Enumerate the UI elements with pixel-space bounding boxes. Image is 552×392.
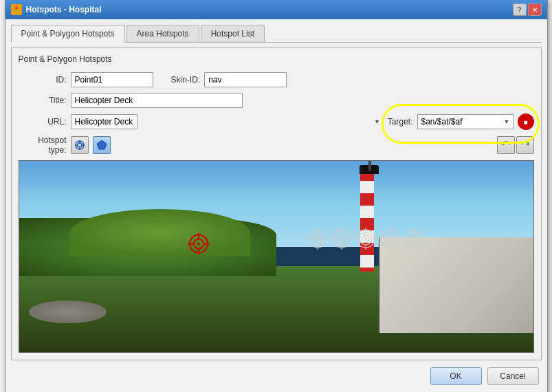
- tab-point-polygon[interactable]: Point & Polygon Hotspots: [11, 25, 125, 43]
- skinid-label: Skin-ID:: [171, 75, 201, 85]
- target-icons-group: [307, 228, 425, 250]
- polygon-icon: [96, 140, 107, 151]
- title-row: Title:: [19, 93, 534, 108]
- close-button[interactable]: ✕: [528, 3, 542, 16]
- panoramic-image[interactable]: [19, 160, 534, 353]
- svg-point-1: [78, 143, 82, 147]
- url-select-wrapper: Helicopter Deck: [71, 114, 384, 129]
- tab-hotspot-list[interactable]: Hotspot List: [201, 25, 265, 42]
- svg-marker-7: [503, 143, 505, 146]
- window-title: Hotspots - Hospital: [26, 5, 102, 14]
- title-bar: 📍 Hotspots - Hospital ? ✕: [5, 0, 547, 19]
- tab-bar: Point & Polygon Hotspots Area Hotspots H…: [11, 25, 542, 43]
- title-input[interactable]: [71, 93, 243, 108]
- target-select[interactable]: $an/$at/$af: [417, 114, 514, 129]
- redo-button[interactable]: [516, 136, 534, 154]
- rocks-foreground: [29, 301, 106, 323]
- svg-point-27: [340, 237, 343, 240]
- title-buttons: ? ✕: [513, 3, 542, 16]
- ok-button[interactable]: OK: [430, 367, 482, 385]
- lighthouse-tower: [360, 168, 374, 272]
- redo-icon: [520, 140, 530, 150]
- target-select-wrapper: $an/$at/$af: [417, 114, 514, 129]
- id-row: ID: Skin-ID:: [19, 72, 534, 87]
- app-icon: 📍: [11, 4, 22, 15]
- url-label: URL:: [19, 117, 67, 127]
- window-body: Point & Polygon Hotspots Area Hotspots H…: [5, 19, 547, 392]
- undo-button[interactable]: [497, 136, 515, 154]
- title-bar-left: 📍 Hotspots - Hospital: [11, 4, 102, 15]
- title-label: Title:: [19, 96, 67, 105]
- svg-marker-6: [97, 140, 107, 149]
- tab-area[interactable]: Area Hotspots: [126, 25, 199, 42]
- svg-point-35: [364, 237, 367, 240]
- panel-title: Point & Polygon Hotspots: [19, 54, 534, 64]
- undo-redo-group: [497, 136, 534, 154]
- building-right: [379, 237, 533, 333]
- cancel-button[interactable]: Cancel: [487, 367, 539, 385]
- id-label: ID:: [19, 75, 67, 85]
- hotspots-dialog: 📍 Hotspots - Hospital ? ✕ Point & Polygo…: [5, 0, 548, 392]
- svg-marker-8: [526, 143, 529, 146]
- main-panel: Point & Polygon Hotspots ID: Skin-ID: Ti…: [11, 47, 542, 360]
- nav-hotspot-button[interactable]: [71, 136, 89, 154]
- id-input[interactable]: [71, 72, 153, 87]
- skinid-input[interactable]: [204, 72, 287, 87]
- url-select[interactable]: Helicopter Deck: [71, 114, 137, 129]
- hotspot-type-row: Hotspot type:: [19, 135, 534, 155]
- skinid-group: Skin-ID:: [171, 72, 287, 87]
- hotspot-crosshair: [188, 233, 210, 257]
- stop-button[interactable]: [518, 113, 534, 130]
- svg-point-43: [388, 237, 391, 240]
- bottom-buttons: OK Cancel: [11, 364, 542, 386]
- crosshair-icon: [74, 140, 85, 151]
- trees2-layer: [70, 209, 250, 257]
- target-label: Target:: [388, 117, 413, 127]
- antenna: [368, 161, 371, 171]
- url-row: URL: Helicopter Deck Target: $an/$at/$af: [19, 113, 534, 130]
- svg-point-19: [316, 237, 319, 240]
- undo-icon: [501, 140, 511, 150]
- help-button[interactable]: ?: [513, 3, 527, 16]
- svg-point-51: [412, 237, 415, 240]
- hotspot-type-label: Hotspot type:: [19, 135, 67, 155]
- svg-point-11: [197, 243, 200, 246]
- polygon-hotspot-button[interactable]: [93, 136, 111, 154]
